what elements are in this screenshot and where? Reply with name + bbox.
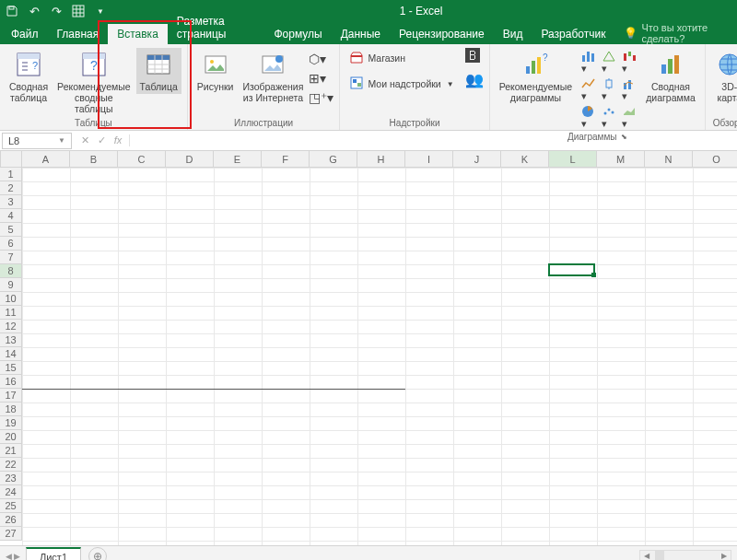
sheet-nav-next-icon[interactable]: ▶ <box>14 552 20 561</box>
svg-rect-32 <box>591 53 594 62</box>
svg-rect-33 <box>624 53 626 61</box>
store-button[interactable]: Магазин <box>345 48 457 68</box>
tab-home[interactable]: Главная <box>48 24 109 44</box>
row-header[interactable]: 9 <box>0 278 22 292</box>
recommended-pivot-tables-button[interactable]: ? Рекомендуемые сводные таблицы <box>53 48 135 116</box>
chart-waterfall-icon[interactable]: ▾ <box>622 50 637 75</box>
row-header[interactable]: 20 <box>0 430 22 444</box>
row-header[interactable]: 10 <box>0 292 22 306</box>
horizontal-scrollbar[interactable]: ◀▶ <box>107 550 737 561</box>
tell-me-search[interactable]: 💡 Что вы хотите сделать? <box>614 22 735 44</box>
pivot-chart-button[interactable]: Сводная диаграмма <box>642 48 699 105</box>
tab-insert[interactable]: Вставка <box>108 24 168 44</box>
column-header[interactable]: B <box>70 151 118 168</box>
row-header[interactable]: 7 <box>0 251 22 264</box>
column-header[interactable]: M <box>597 151 645 168</box>
chart-hierarchy-icon[interactable]: ▾ <box>602 50 616 75</box>
row-header[interactable]: 8 <box>0 264 22 278</box>
row-header[interactable]: 4 <box>0 209 22 223</box>
row-header[interactable]: 12 <box>0 320 22 333</box>
column-header[interactable]: E <box>214 151 262 168</box>
row-header[interactable]: 24 <box>0 485 22 499</box>
row-header[interactable]: 21 <box>0 444 22 458</box>
tab-data[interactable]: Данные <box>332 24 390 44</box>
tab-formulas[interactable]: Формулы <box>264 24 331 44</box>
column-header[interactable]: I <box>405 151 453 168</box>
undo-icon[interactable]: ↶ <box>26 3 42 19</box>
tab-developer[interactable]: Разработчик <box>532 24 614 44</box>
charts-dialog-launcher-icon[interactable]: ⬊ <box>621 133 627 141</box>
name-box[interactable]: L8 ▼ <box>2 133 72 149</box>
shapes-dropdown-icon[interactable]: ⬡▾ <box>309 52 333 66</box>
column-header[interactable]: N <box>645 151 693 168</box>
column-header[interactable]: K <box>501 151 549 168</box>
chart-pie-icon[interactable]: ▾ <box>581 105 596 130</box>
table-button[interactable]: Таблица <box>136 48 181 94</box>
column-header[interactable]: O <box>693 151 737 168</box>
row-header[interactable]: 17 <box>0 389 22 402</box>
row-header[interactable]: 18 <box>0 402 22 416</box>
cancel-formula-icon[interactable]: ✕ <box>77 134 92 146</box>
column-header[interactable]: L <box>549 151 597 168</box>
row-header[interactable]: 14 <box>0 347 22 361</box>
chart-scatter-icon[interactable]: ▾ <box>602 105 616 130</box>
column-header[interactable]: J <box>453 151 501 168</box>
enter-formula-icon[interactable]: ✓ <box>94 134 109 146</box>
formula-input[interactable] <box>130 132 737 149</box>
row-header[interactable]: 19 <box>0 416 22 430</box>
column-header[interactable]: F <box>262 151 310 168</box>
cells-area[interactable] <box>22 168 737 545</box>
tab-page-layout[interactable]: Разметка страницы <box>168 11 265 44</box>
tab-file[interactable]: Файл <box>2 24 48 44</box>
worksheet[interactable]: 1234567891011121314151617181920212223242… <box>0 151 737 545</box>
bing-maps-icon[interactable]: 🅱 <box>465 48 484 64</box>
column-header[interactable]: D <box>166 151 214 168</box>
select-all-corner[interactable] <box>0 151 22 168</box>
row-header[interactable]: 1 <box>0 168 22 181</box>
active-cell[interactable] <box>548 263 595 276</box>
chevron-down-icon[interactable]: ▼ <box>58 136 65 145</box>
row-header[interactable]: 13 <box>0 333 22 347</box>
map-3d-button[interactable]: 3D- карта <box>711 48 737 105</box>
pictures-button[interactable]: Рисунки <box>193 48 238 94</box>
sheet-nav-prev-icon[interactable]: ◀ <box>6 552 12 561</box>
people-graph-icon[interactable]: 👥 <box>465 71 484 88</box>
row-header[interactable]: 3 <box>0 195 22 209</box>
screenshot-dropdown-icon[interactable]: ◳⁺▾ <box>309 90 333 105</box>
chart-line-icon[interactable]: ▾ <box>581 77 596 102</box>
column-header[interactable]: A <box>22 151 70 168</box>
column-header[interactable]: H <box>357 151 405 168</box>
save-icon[interactable] <box>4 3 20 19</box>
tab-review[interactable]: Рецензирование <box>390 24 494 44</box>
column-header[interactable]: C <box>118 151 166 168</box>
row-header[interactable]: 6 <box>0 237 22 251</box>
row-header[interactable]: 2 <box>0 181 22 195</box>
my-addins-button[interactable]: Мои надстройки ▼ <box>345 74 457 94</box>
ribbon-tabs: Файл Главная Вставка Разметка страницы Ф… <box>0 22 737 44</box>
pivot-table-button[interactable]: ? Сводная таблица <box>6 48 52 105</box>
row-header[interactable]: 27 <box>0 527 22 541</box>
row-header[interactable]: 22 <box>0 458 22 472</box>
row-header[interactable]: 16 <box>0 375 22 389</box>
chart-surface-icon[interactable]: ▾ <box>622 105 637 130</box>
chart-statistic-icon[interactable]: ▾ <box>602 77 616 102</box>
row-header[interactable]: 15 <box>0 361 22 375</box>
sheet-tab-active[interactable]: Лист1 <box>26 547 81 561</box>
chart-column-icon[interactable]: ▾ <box>581 50 596 75</box>
smartart-dropdown-icon[interactable]: ⊞▾ <box>309 71 333 86</box>
quick-grid-icon[interactable] <box>70 3 87 19</box>
qat-dropdown-icon[interactable]: ▼ <box>92 3 109 19</box>
row-header[interactable]: 23 <box>0 472 22 485</box>
recommended-charts-button[interactable]: ? Рекомендуемые диаграммы <box>496 48 577 105</box>
column-header[interactable]: G <box>310 151 357 168</box>
online-pictures-button[interactable]: Изображения из Интернета <box>239 48 307 105</box>
add-sheet-button[interactable]: ⊕ <box>88 547 107 561</box>
row-header[interactable]: 5 <box>0 223 22 237</box>
row-header[interactable]: 25 <box>0 499 22 513</box>
chart-combo-icon[interactable]: ▾ <box>622 77 637 102</box>
row-header[interactable]: 11 <box>0 306 22 320</box>
insert-function-icon[interactable]: fx <box>111 134 125 146</box>
tab-view[interactable]: Вид <box>494 24 532 44</box>
redo-icon[interactable]: ↷ <box>48 3 64 19</box>
row-header[interactable]: 26 <box>0 513 22 527</box>
